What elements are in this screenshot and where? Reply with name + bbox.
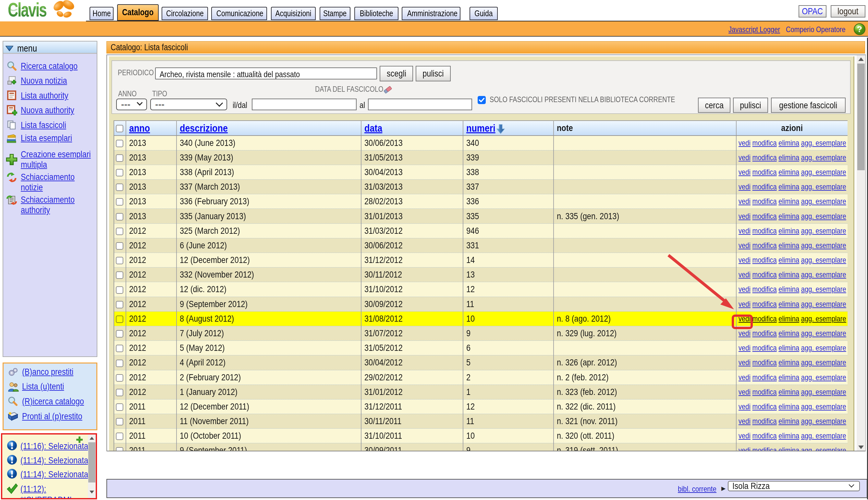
svg-text:?: ? xyxy=(857,24,862,34)
